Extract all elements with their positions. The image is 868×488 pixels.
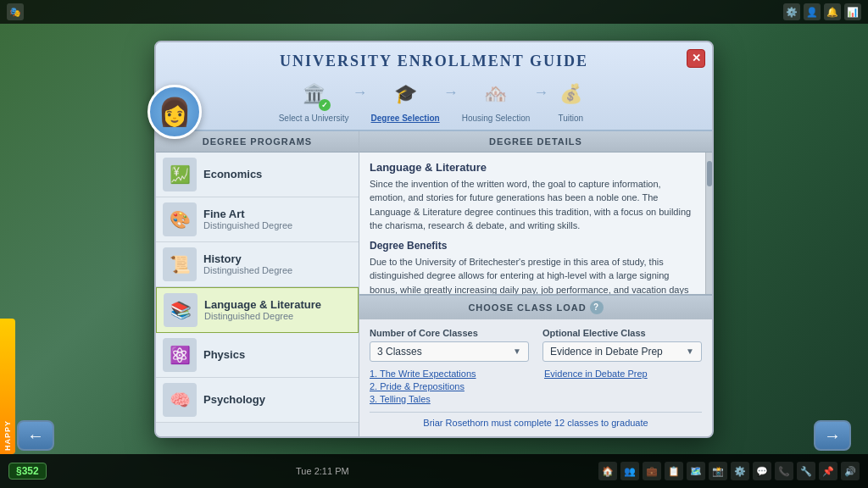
step-label-university: Select a University xyxy=(279,114,349,123)
modal-overlay: 👩 University Enrollment Guide 🏛️ ✓ Selec… xyxy=(0,24,868,454)
arrow-3: → xyxy=(533,84,548,102)
degree-name-fineart: Fine Art xyxy=(203,208,292,220)
core-class-3[interactable]: 3. Telling Tales xyxy=(370,394,527,404)
step-label-housing: Housing Selection xyxy=(462,114,531,123)
core-class-2[interactable]: 2. Pride & Prepositions xyxy=(370,381,527,391)
step-icon-tuition: 💰 xyxy=(552,75,589,113)
degree-list: 💹 Economics 🎨 Fine Art Distinguished Deg… xyxy=(156,152,359,436)
right-panel: Degree Details Language & Literature Sin… xyxy=(359,131,712,436)
top-bar: 🎭 ⚙️ 👤 🔔 📊 xyxy=(0,0,868,24)
bottom-right: 🏠 👥 💼 📋 🗺️ 📸 ⚙️ 💬 📞 🔧 📌 🔊 xyxy=(598,462,860,480)
graduation-note: Briar Rosethorn must complete 12 classes… xyxy=(370,412,702,428)
phone-icon[interactable]: 📞 xyxy=(775,462,793,480)
top-bar-right: ⚙️ 👤 🔔 📊 xyxy=(783,3,861,20)
degree-item-fineart[interactable]: 🎨 Fine Art Distinguished Degree xyxy=(156,197,359,242)
forward-button[interactable]: → xyxy=(814,420,851,451)
elective-label: Optional Elective Class xyxy=(542,328,702,338)
degree-name-history: History xyxy=(203,252,292,265)
elective-class-1[interactable]: Evidence in Debate Prep xyxy=(544,369,702,379)
core-class-col: 1. The Write Expectations 2. Pride & Pre… xyxy=(370,369,527,407)
degree-details-body: Language & Literature Since the inventio… xyxy=(359,152,705,294)
people-icon[interactable]: 👥 xyxy=(620,462,639,480)
detail-text: Since the invention of the written word,… xyxy=(370,177,695,233)
chart-icon[interactable]: 📊 xyxy=(844,3,861,20)
benefit-text: Due to the University of Britechester's … xyxy=(370,255,695,294)
elective-value: Evidence in Debate Prep xyxy=(550,346,663,358)
degree-sub-fineart: Distinguished Degree xyxy=(203,220,292,230)
pin-icon[interactable]: 📌 xyxy=(819,462,837,480)
degree-thumb-history: 📜 xyxy=(163,247,197,281)
map-icon[interactable]: 🗺️ xyxy=(687,462,705,480)
scrollbar-thumb[interactable] xyxy=(707,161,712,186)
core-class-1[interactable]: 1. The Write Expectations xyxy=(370,369,527,379)
avatar: 👩 xyxy=(147,85,202,139)
class-load-body: Number of Core Classes 3 Classes ▼ Optio… xyxy=(359,319,712,436)
degree-item-psychology[interactable]: 🧠 Psychology xyxy=(156,378,359,423)
elective-dropdown[interactable]: Evidence in Debate Prep ▼ xyxy=(542,341,702,362)
class-load-title: Choose Class Load xyxy=(468,302,586,313)
detail-title: Language & Literature xyxy=(370,161,695,174)
close-button[interactable]: ✕ xyxy=(687,49,705,68)
degree-details-header: Degree Details xyxy=(359,131,712,152)
elective-group: Optional Elective Class Evidence in Deba… xyxy=(542,328,702,362)
step-label-tuition: Tuition xyxy=(558,114,583,123)
step-icon-university: 🏛️ ✓ xyxy=(295,75,332,113)
back-button[interactable]: ← xyxy=(17,420,54,451)
help-button[interactable]: ? xyxy=(590,301,604,314)
settings-icon[interactable]: ⚙️ xyxy=(783,3,800,20)
core-classes-label: Number of Core Classes xyxy=(370,328,529,338)
profile-icon[interactable]: 👤 xyxy=(804,3,821,20)
modal-header: University Enrollment Guide 🏛️ ✓ Select … xyxy=(156,42,712,131)
class-load-section: Choose Class Load ? Number of Core Class… xyxy=(359,294,712,436)
settings-icon-bar[interactable]: ⚙️ xyxy=(731,462,749,480)
degree-sub-history: Distinguished Degree xyxy=(203,265,292,275)
arrow-2: → xyxy=(443,84,459,102)
scrollbar-track[interactable] xyxy=(705,152,712,294)
class-selectors: Number of Core Classes 3 Classes ▼ Optio… xyxy=(370,328,702,362)
bottom-left: §352 xyxy=(8,463,47,480)
step-icon-degree: 🎓 xyxy=(387,75,424,113)
money-display: §352 xyxy=(8,463,47,480)
step-tuition: 💰 Tuition xyxy=(552,75,589,123)
step-label-degree: Degree Selection xyxy=(371,114,440,123)
degree-name-physics: Physics xyxy=(203,348,245,361)
core-classes-value: 3 Classes xyxy=(377,346,422,358)
notification-icon[interactable]: 🔔 xyxy=(824,3,841,20)
degree-item-language[interactable]: 📚 Language & Literature Distinguished De… xyxy=(156,287,359,333)
degree-item-history[interactable]: 📜 History Distinguished Degree xyxy=(156,242,359,287)
career-icon-bar[interactable]: 💼 xyxy=(643,462,661,480)
mood-label: HAPPY xyxy=(3,420,12,451)
checkmark-university: ✓ xyxy=(319,99,331,111)
top-icon-1: 🎭 xyxy=(7,3,24,20)
step-housing: 🏘️ Housing Selection xyxy=(462,75,531,123)
modal-title: University Enrollment Guide xyxy=(173,53,695,70)
class-list: 1. The Write Expectations 2. Pride & Pre… xyxy=(370,369,702,407)
degree-name-psychology: Psychology xyxy=(203,393,265,406)
degree-thumb-psychology: 🧠 xyxy=(163,383,197,417)
elective-dropdown-arrow: ▼ xyxy=(686,347,694,356)
class-load-header: Choose Class Load ? xyxy=(359,296,712,319)
benefit-title: Degree Benefits xyxy=(370,240,695,252)
progress-steps: 🏛️ ✓ Select a University → 🎓 Degree Sele… xyxy=(173,75,695,123)
degree-thumb-physics: ⚛️ xyxy=(163,338,197,372)
degree-item-economics[interactable]: 💹 Economics xyxy=(156,152,359,197)
core-dropdown-arrow: ▼ xyxy=(513,347,521,356)
enrollment-modal: University Enrollment Guide 🏛️ ✓ Select … xyxy=(154,41,714,438)
chat-icon[interactable]: 💬 xyxy=(753,462,771,480)
camera-icon[interactable]: 📸 xyxy=(709,462,727,480)
bottom-bar: §352 Tue 2:11 PM 🏠 👥 💼 📋 🗺️ 📸 ⚙️ 💬 📞 🔧 📌… xyxy=(0,454,868,488)
home-icon[interactable]: 🏠 xyxy=(598,462,617,480)
inventory-icon[interactable]: 📋 xyxy=(665,462,683,480)
tools-icon[interactable]: 🔧 xyxy=(797,462,815,480)
degree-item-physics[interactable]: ⚛️ Physics xyxy=(156,333,359,378)
degree-name-economics: Economics xyxy=(203,168,262,180)
core-classes-group: Number of Core Classes 3 Classes ▼ xyxy=(370,328,529,362)
step-icon-housing: 🏘️ xyxy=(477,75,515,113)
arrow-1: → xyxy=(353,84,368,102)
degree-thumb-language: 📚 xyxy=(164,293,198,327)
left-panel: Degree Programs 💹 Economics 🎨 Fine Art D… xyxy=(156,131,359,436)
core-classes-dropdown[interactable]: 3 Classes ▼ xyxy=(370,341,529,362)
volume-icon[interactable]: 🔊 xyxy=(841,462,860,480)
step-degree-selection: 🎓 Degree Selection xyxy=(371,75,440,123)
degree-sub-language: Distinguished Degree xyxy=(204,311,321,321)
